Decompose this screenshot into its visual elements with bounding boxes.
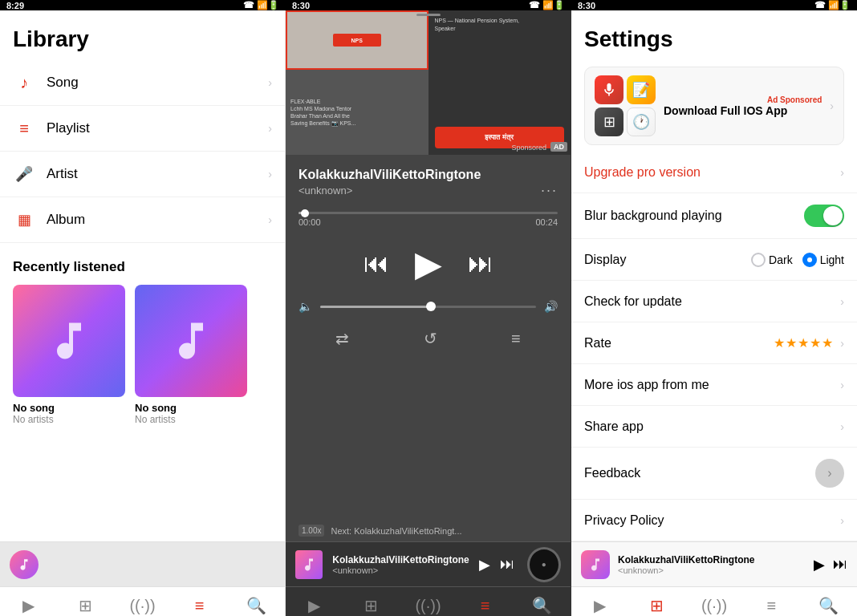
more-options-icon[interactable]: ··· (541, 182, 558, 199)
ad-thumb1: NPS (286, 10, 428, 70)
speed-next-row: 1.00x Next: KolakkuzhalViliKettoRingt... (286, 521, 571, 541)
time-left: 8:29 (6, 1, 24, 10)
recently-listened-section: Recently listened No song No artists No … (0, 243, 285, 433)
library-panel: Library ♪ Song › ≡ Playlist › 🎤 Artist ›… (0, 10, 286, 616)
ad-info: Ad Sponsored Download Full IOS App (664, 95, 822, 117)
nav-library[interactable]: ≡ Library (171, 592, 228, 617)
equalizer-button[interactable]: ● (527, 547, 561, 582)
card-sub-2: No artists (135, 414, 247, 425)
settings-more-ios[interactable]: More ios app from me › (571, 364, 857, 406)
settings-ad-card[interactable]: 📝 ⊞ 🕐 Ad Sponsored Download Full IOS App… (584, 67, 844, 145)
right-nav-radio[interactable]: ((·)) Radio (685, 592, 742, 617)
dark-option[interactable]: Dark (751, 253, 793, 267)
ad-right: NPS — National Pension System,Speaker इस… (428, 10, 571, 155)
check-update-chevron-icon: › (840, 295, 844, 308)
settings-panel: Settings 📝 ⊞ 🕐 (571, 10, 857, 616)
right-mini-play[interactable]: ▶ (814, 556, 825, 573)
equalizer-icon: ● (542, 560, 546, 569)
time-total: 00:24 (535, 217, 558, 227)
library-item-album[interactable]: ▦ Album › (0, 197, 285, 243)
library-item-song[interactable]: ♪ Song › (0, 60, 285, 106)
nav-browser[interactable]: ⊞ Browser (57, 591, 114, 616)
right-nav-browser[interactable]: ⊞ Browser (628, 591, 685, 616)
volume-row: 🔈 🔊 (286, 297, 571, 322)
search-icon: 🔍 (246, 596, 266, 615)
recently-card-1[interactable]: No song No artists (13, 285, 125, 425)
dark-radio[interactable] (751, 253, 766, 267)
center-nav-listen[interactable]: ▶ Listen Now (286, 591, 343, 616)
share-app-chevron-icon: › (840, 420, 844, 433)
nav-radio[interactable]: ((·)) Radio (114, 592, 171, 617)
right-mini-next[interactable]: ⏭ (833, 556, 847, 573)
center-nav-search[interactable]: 🔍 Search (514, 591, 571, 616)
center-nav-browser[interactable]: ⊞ Browser (343, 591, 400, 616)
player-song-info: KolakkuzhalViliKettoRingtone <unknown> ·… (286, 155, 571, 205)
mini-sub: <unknown> (332, 565, 469, 575)
shuffle-button[interactable]: ⇄ (335, 329, 349, 348)
settings-upgrade[interactable]: Upgrade pro version › (571, 152, 857, 193)
right-nav-listen[interactable]: ▶ Listen Now (571, 591, 628, 616)
queue-icon: ≡ (511, 330, 521, 347)
dark-label: Dark (769, 253, 793, 266)
progress-thumb[interactable] (301, 209, 309, 217)
settings-display[interactable]: Display Dark Light (571, 239, 857, 281)
nav-search[interactable]: 🔍 Search (228, 591, 285, 616)
blur-label: Blur background playing (584, 209, 804, 223)
volume-thumb[interactable] (426, 302, 436, 311)
album-icon: ▦ (13, 209, 35, 231)
blur-toggle[interactable] (804, 205, 844, 227)
library-item-playlist[interactable]: ≡ Playlist › (0, 106, 285, 152)
center-mini-player: KolakkuzhalViliKettoRingtone <unknown> ▶… (286, 541, 571, 586)
ad-icon-row-1: 📝 (595, 75, 656, 104)
settings-list: Upgrade pro version › Blur background pl… (571, 152, 857, 541)
ad-left: NPS FLEX·ABLELchh MS Madona TentorBrahar… (286, 10, 428, 155)
volume-high-icon: 🔊 (544, 300, 558, 313)
play-icon: ▶ (415, 244, 442, 283)
play-button[interactable]: ▶ (415, 243, 442, 284)
time-right: 8:30 (578, 1, 595, 10)
speed-badge[interactable]: 1.00x (299, 525, 324, 537)
light-option[interactable]: Light (802, 253, 844, 267)
settings-check-update[interactable]: Check for update › (571, 281, 857, 322)
progress-bar[interactable]: 00:00 00:24 (286, 205, 571, 230)
prev-button[interactable]: ⏮ (364, 249, 389, 278)
status-bar: 8:29 ☎ 📶🔋 8:30 ☎ 📶🔋 8:30 ☎ 📶🔋 (0, 0, 857, 10)
next-button[interactable]: ⏭ (468, 249, 493, 278)
status-right: 8:30 ☎ 📶🔋 (571, 0, 857, 10)
library-item-label: Album (47, 212, 268, 228)
mini-play-button[interactable]: ▶ (479, 556, 490, 573)
song-artist-row: <unknown> ··· (299, 182, 558, 199)
left-bottom-nav: ▶ Listen Now ⊞ Browser ((·)) Radio ≡ Lib… (0, 586, 285, 616)
right-mini-title: KolakkuzhalViliKettoRingtone (618, 554, 806, 565)
right-mini-btns: ▶ ⏭ (814, 556, 847, 573)
light-radio[interactable] (802, 253, 817, 267)
repeat-button[interactable]: ↺ (424, 329, 437, 348)
progress-track[interactable] (299, 212, 558, 214)
settings-blur[interactable]: Blur background playing (571, 193, 857, 239)
ad-banner[interactable]: NPS FLEX·ABLELchh MS Madona TentorBrahar… (286, 10, 571, 155)
chevron-icon: › (268, 168, 272, 180)
nav-listen-now[interactable]: ▶ Listen Now (0, 591, 57, 616)
panels: Library ♪ Song › ≡ Playlist › 🎤 Artist ›… (0, 10, 857, 616)
icons-right: ☎ 📶🔋 (814, 0, 851, 10)
right-nav-library[interactable]: ≡ Library (743, 592, 800, 617)
ad-badge: AD (550, 142, 567, 152)
feedback-chevron-button[interactable]: › (815, 459, 844, 488)
library-item-artist[interactable]: 🎤 Artist › (0, 152, 285, 197)
recently-card-2[interactable]: No song No artists (135, 285, 247, 425)
share-app-label: Share app (584, 419, 840, 434)
volume-track[interactable] (320, 306, 536, 308)
settings-privacy[interactable]: Privacy Policy › (571, 500, 857, 541)
settings-feedback[interactable]: Feedback › (571, 448, 857, 500)
right-nav-search[interactable]: 🔍 Search (800, 591, 857, 616)
settings-share-app[interactable]: Share app › (571, 406, 857, 448)
mini-next-button[interactable]: ⏭ (500, 556, 514, 573)
queue-button[interactable]: ≡ (511, 330, 521, 348)
right-bottom-nav: ▶ Listen Now ⊞ Browser ((·)) Radio ≡ Lib… (571, 586, 857, 616)
center-nav-radio[interactable]: ((·)) Radio (400, 592, 457, 617)
settings-rate[interactable]: Rate ★★★★★ › (571, 322, 857, 364)
center-nav-library[interactable]: ≡ Library (457, 592, 514, 617)
library-header: Library (0, 10, 285, 60)
stars-icon: ★★★★★ (774, 335, 834, 351)
rate-chevron-icon: › (840, 337, 844, 350)
